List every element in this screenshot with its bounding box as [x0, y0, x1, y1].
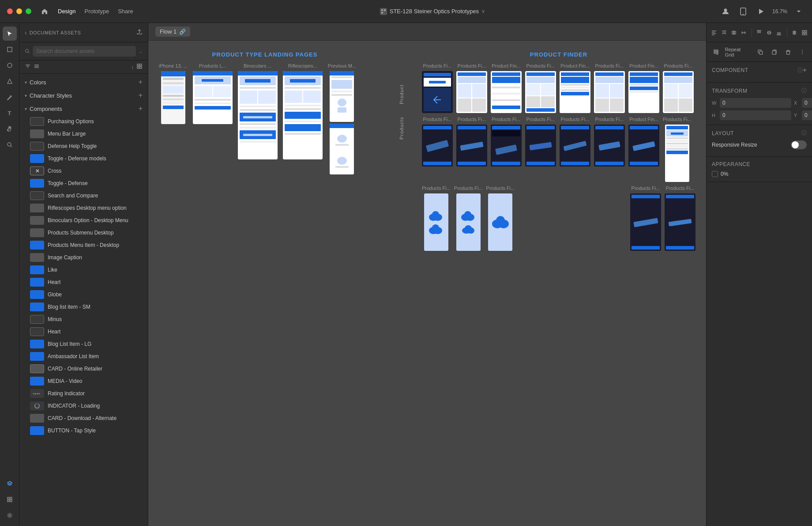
- frame-container[interactable]: Products Fi...: [560, 117, 590, 182]
- list-item[interactable]: Purchasing Options: [19, 115, 148, 128]
- frame-container[interactable]: Products Fi...: [663, 117, 692, 182]
- close-button[interactable]: [7, 8, 13, 14]
- list-item[interactable]: MEDIA - Video: [19, 375, 148, 387]
- layers-icon[interactable]: [3, 477, 17, 491]
- frame-container[interactable]: Products Fi...: [422, 185, 451, 251]
- frame-container[interactable]: Products Fi...: [594, 117, 625, 182]
- share-tab[interactable]: Share: [114, 6, 137, 16]
- repeat-grid-label[interactable]: Repeat Grid: [725, 47, 751, 57]
- frame-container[interactable]: Products Fi...: [491, 117, 522, 182]
- frame-container[interactable]: Products Fi...: [525, 117, 556, 182]
- frame-container[interactable]: Products Fi...: [422, 117, 453, 182]
- height-input[interactable]: [720, 110, 791, 120]
- list-item[interactable]: Menu Bar Large: [19, 128, 148, 140]
- width-input[interactable]: [720, 98, 791, 108]
- frame-container[interactable]: Product Fin...: [491, 63, 522, 113]
- frame-container[interactable]: Products Fi...: [422, 63, 453, 113]
- frame-container[interactable]: Products Fi...: [630, 185, 661, 251]
- home-icon[interactable]: [38, 5, 51, 18]
- search-input[interactable]: [33, 46, 136, 57]
- frame-container[interactable]: iPhone 13, ...: [159, 63, 188, 124]
- vertical-distribute-icon[interactable]: [790, 26, 798, 39]
- list-item[interactable]: Toggle - Defense: [19, 177, 148, 189]
- list-item[interactable]: CARD - Download - Alternate: [19, 412, 148, 424]
- settings-icon[interactable]: [3, 508, 17, 522]
- list-item[interactable]: Search and Compare: [19, 189, 148, 202]
- frame-container[interactable]: Product Fin...: [628, 117, 659, 182]
- delete-icon[interactable]: [782, 46, 795, 58]
- image-caption-item[interactable]: Image Caption: [19, 251, 148, 264]
- frame-container[interactable]: Products Fi...: [594, 63, 625, 113]
- grid-view-icon[interactable]: [136, 63, 143, 71]
- frame-container[interactable]: Products Fi...: [525, 63, 556, 113]
- list-item[interactable]: BUTTON - Tap Style: [19, 424, 148, 437]
- list-item[interactable]: Blog List Item - LG: [19, 338, 148, 350]
- list-item[interactable]: Minus: [19, 313, 148, 325]
- responsive-resize-toggle[interactable]: [791, 140, 807, 149]
- align-bottom-icon[interactable]: [775, 26, 783, 39]
- colors-add-icon[interactable]: +: [139, 78, 143, 86]
- list-item[interactable]: Heart: [19, 325, 148, 338]
- zoom-tool[interactable]: [3, 138, 17, 152]
- copy-icon[interactable]: [754, 46, 767, 58]
- align-middle-icon[interactable]: [765, 26, 773, 39]
- frame-container[interactable]: Product Fin...: [560, 63, 590, 113]
- flow-badge[interactable]: Flow 1 🔗: [155, 26, 190, 37]
- list-item[interactable]: Riflescopes Desktop menu option: [19, 202, 148, 214]
- triangle-tool[interactable]: [3, 74, 17, 88]
- pen-tool[interactable]: [3, 90, 17, 104]
- frame-container[interactable]: Previous M...: [328, 63, 356, 174]
- frame-container[interactable]: Products Fi...: [665, 185, 695, 251]
- distribute-icon[interactable]: [730, 26, 738, 39]
- list-item[interactable]: Like: [19, 264, 148, 276]
- paste-icon[interactable]: [768, 46, 781, 58]
- y-input[interactable]: [802, 110, 812, 120]
- text-tool[interactable]: T: [3, 106, 17, 120]
- tidy-icon[interactable]: [801, 26, 808, 39]
- rectangle-tool[interactable]: [3, 42, 17, 57]
- list-item[interactable]: Heart: [19, 276, 148, 288]
- frame-container[interactable]: Products L...: [193, 63, 233, 124]
- minimize-button[interactable]: [16, 8, 22, 14]
- list-item[interactable]: CARD - Online Retailer: [19, 363, 148, 375]
- frame-container[interactable]: Products Fi...: [456, 63, 487, 113]
- list-item[interactable]: Globe: [19, 288, 148, 301]
- transform-info-icon[interactable]: ⓘ: [801, 87, 807, 95]
- component-info-icon[interactable]: ⓘ: [797, 67, 803, 74]
- frame-container[interactable]: Products Fi...: [486, 185, 515, 251]
- canvas-content[interactable]: PRODUCT TYPE LANDING PAGES iPhone 13, ..…: [148, 41, 706, 526]
- fullscreen-button[interactable]: [26, 8, 31, 14]
- cursor-tool[interactable]: [3, 26, 17, 41]
- list-item[interactable]: Defense Help Toggle: [19, 140, 148, 152]
- list-item[interactable]: Rating Indicator: [19, 387, 148, 400]
- play-icon[interactable]: [755, 5, 767, 18]
- frame-container[interactable]: Products Fi...: [454, 185, 483, 251]
- frame-container[interactable]: Binoculars ...: [238, 63, 278, 159]
- align-top-icon[interactable]: [755, 26, 763, 39]
- mobile-preview-icon[interactable]: [737, 5, 749, 18]
- components-add-icon[interactable]: +: [139, 105, 143, 113]
- character-styles-section-header[interactable]: ▾ Character Styles +: [19, 89, 148, 102]
- frame-container[interactable]: Riflescopes...: [283, 63, 323, 159]
- spacing-icon[interactable]: [740, 26, 748, 39]
- char-styles-add-icon[interactable]: +: [139, 91, 143, 99]
- layout-info-icon[interactable]: ⓘ: [801, 129, 807, 137]
- align-center-icon[interactable]: [720, 26, 728, 39]
- export-icon[interactable]: [136, 29, 143, 36]
- zoom-chevron-icon[interactable]: [793, 5, 805, 18]
- list-item[interactable]: INDICATOR - Loading: [19, 400, 148, 412]
- list-item[interactable]: Toggle - Defense models: [19, 152, 148, 165]
- title-chevron-icon[interactable]: ∨: [481, 8, 485, 14]
- colors-section-header[interactable]: ▾ Colors +: [19, 76, 148, 89]
- appearance-checkbox[interactable]: [712, 171, 718, 177]
- align-left-icon[interactable]: [710, 26, 718, 39]
- back-icon[interactable]: ‹: [25, 29, 27, 36]
- search-chevron-icon[interactable]: ⌄: [139, 49, 143, 54]
- repeat-grid-icon[interactable]: [710, 46, 722, 58]
- canvas-area[interactable]: Flow 1 🔗 PRODUCT TYPE LANDING PAGES iPho…: [148, 23, 706, 526]
- design-tab[interactable]: Design: [54, 6, 79, 16]
- assets-icon[interactable]: [3, 492, 17, 507]
- frame-container[interactable]: Products Fi...: [663, 63, 694, 113]
- hand-tool[interactable]: [3, 122, 17, 136]
- prototype-tab[interactable]: Prototype: [81, 6, 113, 16]
